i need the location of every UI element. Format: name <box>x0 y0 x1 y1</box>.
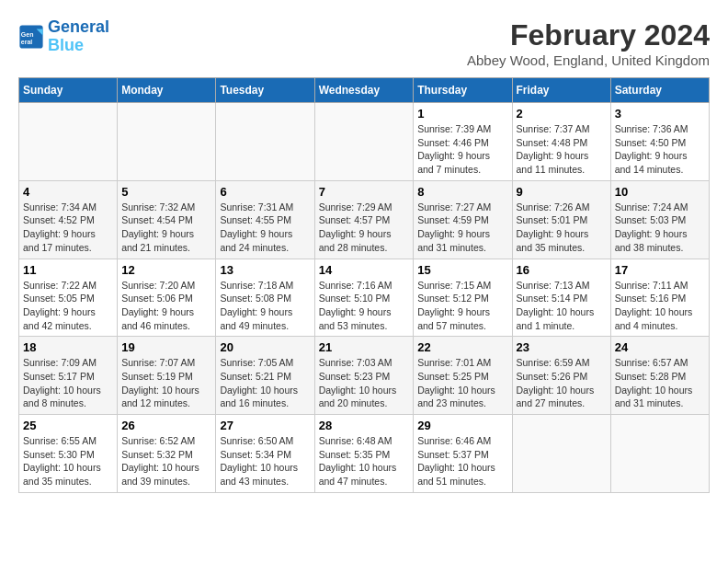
day-info: Sunrise: 7:03 AMSunset: 5:23 PMDaylight:… <box>319 356 410 410</box>
header-tuesday: Tuesday <box>216 78 314 103</box>
day-number: 3 <box>615 107 705 121</box>
day-number: 19 <box>121 340 211 354</box>
week-row-3: 18Sunrise: 7:09 AMSunset: 5:17 PMDayligh… <box>19 337 710 415</box>
day-number: 2 <box>517 107 607 121</box>
week-row-4: 25Sunrise: 6:55 AMSunset: 5:30 PMDayligh… <box>19 415 710 493</box>
day-number: 24 <box>615 340 705 354</box>
calendar-cell <box>118 103 216 181</box>
day-info: Sunrise: 7:07 AMSunset: 5:19 PMDaylight:… <box>121 356 211 410</box>
day-number: 14 <box>319 263 410 277</box>
day-info: Sunrise: 7:11 AMSunset: 5:16 PMDaylight:… <box>615 279 705 333</box>
logo-icon: Gen eral <box>18 24 44 50</box>
calendar-cell: 16Sunrise: 7:13 AMSunset: 5:14 PMDayligh… <box>512 259 610 337</box>
calendar-cell: 2Sunrise: 7:37 AMSunset: 4:48 PMDaylight… <box>512 103 610 181</box>
day-number: 10 <box>615 185 705 199</box>
day-info: Sunrise: 6:52 AMSunset: 5:32 PMDaylight:… <box>121 434 211 488</box>
header-monday: Monday <box>118 78 216 103</box>
day-number: 11 <box>23 263 113 277</box>
calendar-cell: 12Sunrise: 7:20 AMSunset: 5:06 PMDayligh… <box>118 259 216 337</box>
week-row-0: 1Sunrise: 7:39 AMSunset: 4:46 PMDaylight… <box>19 103 710 181</box>
header-sunday: Sunday <box>19 78 118 103</box>
day-info: Sunrise: 7:29 AMSunset: 4:57 PMDaylight:… <box>319 201 410 255</box>
svg-text:eral: eral <box>21 39 33 45</box>
calendar-cell: 10Sunrise: 7:24 AMSunset: 5:03 PMDayligh… <box>610 180 709 259</box>
header-wednesday: Wednesday <box>314 78 414 103</box>
header-friday: Friday <box>512 78 610 103</box>
calendar-cell: 3Sunrise: 7:36 AMSunset: 4:50 PMDaylight… <box>610 103 709 181</box>
calendar-cell: 1Sunrise: 7:39 AMSunset: 4:46 PMDaylight… <box>414 103 512 181</box>
day-info: Sunrise: 7:18 AMSunset: 5:08 PMDaylight:… <box>220 279 310 333</box>
day-info: Sunrise: 6:57 AMSunset: 5:28 PMDaylight:… <box>615 356 705 410</box>
calendar-cell: 19Sunrise: 7:07 AMSunset: 5:19 PMDayligh… <box>118 337 216 415</box>
logo-text-line2: Blue <box>48 37 109 55</box>
day-number: 15 <box>417 263 507 277</box>
header-thursday: Thursday <box>414 78 512 103</box>
day-info: Sunrise: 6:55 AMSunset: 5:30 PMDaylight:… <box>23 434 113 488</box>
header-saturday: Saturday <box>610 78 709 103</box>
day-number: 8 <box>417 185 507 199</box>
day-info: Sunrise: 7:31 AMSunset: 4:55 PMDaylight:… <box>220 201 310 255</box>
day-number: 6 <box>220 185 310 199</box>
logo-text-line1: General <box>48 18 109 37</box>
calendar-cell: 6Sunrise: 7:31 AMSunset: 4:55 PMDaylight… <box>216 180 314 259</box>
day-info: Sunrise: 7:13 AMSunset: 5:14 PMDaylight:… <box>517 279 607 333</box>
day-number: 22 <box>417 340 507 354</box>
day-number: 4 <box>23 185 113 199</box>
calendar-cell: 28Sunrise: 6:48 AMSunset: 5:35 PMDayligh… <box>314 415 414 493</box>
day-number: 26 <box>121 419 211 432</box>
day-info: Sunrise: 6:59 AMSunset: 5:26 PMDaylight:… <box>517 356 607 410</box>
day-info: Sunrise: 6:50 AMSunset: 5:34 PMDaylight:… <box>220 434 310 488</box>
day-number: 20 <box>220 340 310 354</box>
week-row-1: 4Sunrise: 7:34 AMSunset: 4:52 PMDaylight… <box>19 180 710 259</box>
day-info: Sunrise: 7:36 AMSunset: 4:50 PMDaylight:… <box>615 122 705 177</box>
day-info: Sunrise: 7:27 AMSunset: 4:59 PMDaylight:… <box>417 201 507 255</box>
calendar-cell <box>314 103 414 181</box>
calendar-cell: 4Sunrise: 7:34 AMSunset: 4:52 PMDaylight… <box>19 180 118 259</box>
day-info: Sunrise: 7:37 AMSunset: 4:48 PMDaylight:… <box>517 122 607 177</box>
calendar-cell: 13Sunrise: 7:18 AMSunset: 5:08 PMDayligh… <box>216 259 314 337</box>
calendar-cell: 7Sunrise: 7:29 AMSunset: 4:57 PMDaylight… <box>314 180 414 259</box>
day-info: Sunrise: 7:22 AMSunset: 5:05 PMDaylight:… <box>23 279 113 333</box>
calendar-cell: 20Sunrise: 7:05 AMSunset: 5:21 PMDayligh… <box>216 337 314 415</box>
day-number: 9 <box>517 185 607 199</box>
day-number: 13 <box>220 263 310 277</box>
day-number: 27 <box>220 419 310 432</box>
calendar-cell: 5Sunrise: 7:32 AMSunset: 4:54 PMDaylight… <box>118 180 216 259</box>
calendar-cell <box>610 415 709 493</box>
calendar-cell: 29Sunrise: 6:46 AMSunset: 5:37 PMDayligh… <box>414 415 512 493</box>
calendar-cell <box>512 415 610 493</box>
calendar-table: SundayMondayTuesdayWednesdayThursdayFrid… <box>18 77 710 493</box>
day-number: 23 <box>517 340 607 354</box>
calendar-cell: 17Sunrise: 7:11 AMSunset: 5:16 PMDayligh… <box>610 259 709 337</box>
calendar-cell: 8Sunrise: 7:27 AMSunset: 4:59 PMDaylight… <box>414 180 512 259</box>
week-row-2: 11Sunrise: 7:22 AMSunset: 5:05 PMDayligh… <box>19 259 710 337</box>
calendar-cell: 14Sunrise: 7:16 AMSunset: 5:10 PMDayligh… <box>314 259 414 337</box>
calendar-cell: 15Sunrise: 7:15 AMSunset: 5:12 PMDayligh… <box>414 259 512 337</box>
day-number: 1 <box>417 107 507 121</box>
calendar-cell: 21Sunrise: 7:03 AMSunset: 5:23 PMDayligh… <box>314 337 414 415</box>
calendar-cell: 24Sunrise: 6:57 AMSunset: 5:28 PMDayligh… <box>610 337 709 415</box>
day-info: Sunrise: 7:24 AMSunset: 5:03 PMDaylight:… <box>615 201 705 255</box>
calendar-cell: 25Sunrise: 6:55 AMSunset: 5:30 PMDayligh… <box>19 415 118 493</box>
day-number: 5 <box>121 185 211 199</box>
calendar-cell: 26Sunrise: 6:52 AMSunset: 5:32 PMDayligh… <box>118 415 216 493</box>
day-number: 25 <box>23 419 113 432</box>
day-info: Sunrise: 7:05 AMSunset: 5:21 PMDaylight:… <box>220 356 310 410</box>
day-info: Sunrise: 6:46 AMSunset: 5:37 PMDaylight:… <box>417 434 507 488</box>
calendar-cell: 11Sunrise: 7:22 AMSunset: 5:05 PMDayligh… <box>19 259 118 337</box>
svg-text:Gen: Gen <box>21 31 34 38</box>
calendar-cell: 9Sunrise: 7:26 AMSunset: 5:01 PMDaylight… <box>512 180 610 259</box>
day-number: 12 <box>121 263 211 277</box>
calendar-cell: 22Sunrise: 7:01 AMSunset: 5:25 PMDayligh… <box>414 337 512 415</box>
title-area: February 2024 Abbey Wood, England, Unite… <box>467 18 710 68</box>
day-number: 17 <box>615 263 705 277</box>
day-info: Sunrise: 7:01 AMSunset: 5:25 PMDaylight:… <box>417 356 507 410</box>
calendar-cell: 27Sunrise: 6:50 AMSunset: 5:34 PMDayligh… <box>216 415 314 493</box>
day-info: Sunrise: 6:48 AMSunset: 5:35 PMDaylight:… <box>319 434 410 488</box>
page-header: Gen eral General Blue February 2024 Abbe… <box>18 18 710 68</box>
calendar-title: February 2024 <box>467 18 710 52</box>
day-number: 7 <box>319 185 410 199</box>
day-info: Sunrise: 7:32 AMSunset: 4:54 PMDaylight:… <box>121 201 211 255</box>
calendar-cell <box>19 103 118 181</box>
day-number: 16 <box>517 263 607 277</box>
